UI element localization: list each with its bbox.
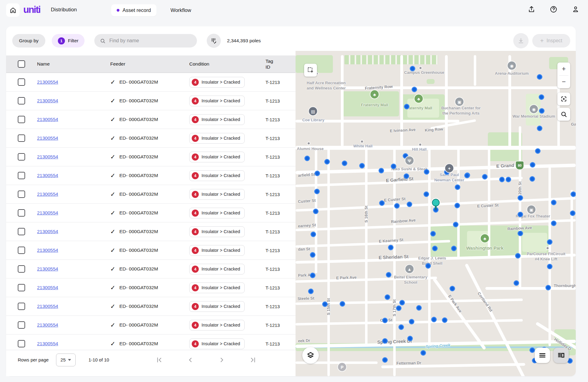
condition-badge[interactable]: 4Insulator > Cracked <box>189 339 245 349</box>
pole-marker[interactable] <box>311 232 316 237</box>
area-select-tool-button[interactable] <box>304 64 317 77</box>
pole-marker[interactable] <box>340 301 345 307</box>
pole-marker[interactable] <box>547 264 552 269</box>
pole-marker[interactable] <box>407 202 412 207</box>
condition-badge[interactable]: 4Insulator > Cracked <box>189 282 245 293</box>
last-page-button[interactable] <box>249 356 257 364</box>
pole-marker[interactable] <box>551 221 556 226</box>
help-icon[interactable] <box>550 6 557 13</box>
pole-marker[interactable] <box>455 184 460 190</box>
asset-name-link[interactable]: 21300554 <box>37 304 58 309</box>
pole-marker[interactable] <box>388 245 394 250</box>
upload-icon[interactable] <box>528 6 535 13</box>
inspect-button[interactable]: + Inspect <box>532 34 570 47</box>
pole-marker[interactable] <box>404 104 409 109</box>
recenter-button[interactable] <box>557 93 570 105</box>
pole-marker[interactable] <box>379 200 385 206</box>
pole-marker[interactable] <box>530 347 535 353</box>
pole-marker[interactable] <box>430 231 436 236</box>
asset-name-link[interactable]: 21300554 <box>37 322 58 328</box>
row-checkbox[interactable] <box>18 78 25 86</box>
condition-badge[interactable]: 4Insulator > Cracked <box>189 226 245 237</box>
pole-marker[interactable] <box>324 159 330 165</box>
column-header-condition[interactable]: Condition <box>189 61 266 67</box>
pole-marker[interactable] <box>518 195 523 201</box>
next-page-button[interactable] <box>218 356 225 364</box>
row-checkbox[interactable] <box>18 228 25 235</box>
row-checkbox[interactable] <box>18 134 25 142</box>
asset-name-link[interactable]: 21300554 <box>37 285 58 290</box>
select-all-checkbox[interactable] <box>18 60 25 68</box>
selected-pole-marker[interactable] <box>432 199 440 210</box>
pole-marker[interactable] <box>322 301 328 307</box>
download-button[interactable] <box>513 33 529 48</box>
asset-name-link[interactable]: 21300554 <box>37 154 58 160</box>
search-input[interactable] <box>109 38 191 43</box>
pole-marker[interactable] <box>570 210 575 216</box>
pole-marker[interactable] <box>424 191 429 197</box>
condition-badge[interactable]: 4Insulator > Cracked <box>189 264 245 274</box>
row-checkbox[interactable] <box>18 265 25 273</box>
pole-marker[interactable] <box>571 191 576 197</box>
pole-marker[interactable] <box>407 336 413 341</box>
column-header-feeder[interactable]: Feeder <box>110 61 189 67</box>
user-icon[interactable] <box>572 6 579 13</box>
pole-marker[interactable] <box>537 126 542 131</box>
pole-marker[interactable] <box>451 246 457 251</box>
condition-badge[interactable]: 4Insulator > Cracked <box>189 170 245 181</box>
first-page-button[interactable] <box>156 356 163 364</box>
pole-marker[interactable] <box>539 108 545 114</box>
split-view-button[interactable] <box>553 348 569 363</box>
pole-marker[interactable] <box>396 305 401 311</box>
condition-badge[interactable]: 4Insulator > Cracked <box>189 245 245 256</box>
pole-marker[interactable] <box>409 319 414 324</box>
asset-name-link[interactable]: 21300554 <box>37 135 58 141</box>
edit-columns-button[interactable] <box>207 34 221 48</box>
condition-badge[interactable]: 4Insulator > Cracked <box>189 152 245 162</box>
asset-name-link[interactable]: 21300554 <box>37 117 58 122</box>
asset-name-link[interactable]: 21300554 <box>37 248 58 253</box>
pole-marker[interactable] <box>464 173 470 178</box>
pole-marker[interactable] <box>394 203 400 209</box>
list-view-button[interactable] <box>535 348 550 363</box>
pole-marker[interactable] <box>385 294 390 300</box>
pole-marker[interactable] <box>515 253 521 259</box>
pole-marker[interactable] <box>453 222 458 227</box>
map-canvas[interactable]: Half Acre Recreation and Wellness Center… <box>296 51 576 376</box>
tab-workflow[interactable]: Workflow <box>165 4 197 16</box>
pole-marker[interactable] <box>530 162 535 168</box>
asset-name-link[interactable]: 21300554 <box>37 79 58 85</box>
pole-marker[interactable] <box>545 285 551 290</box>
asset-name-link[interactable]: 21300554 <box>37 173 58 178</box>
pole-marker[interactable] <box>314 189 320 194</box>
filter-button[interactable]: 1 Filter <box>52 34 85 47</box>
pole-marker[interactable] <box>382 318 388 323</box>
pole-marker[interactable] <box>450 286 455 291</box>
asset-name-link[interactable]: 21300554 <box>37 266 58 272</box>
pole-marker[interactable] <box>386 272 391 278</box>
pole-marker[interactable] <box>539 94 544 100</box>
pole-marker[interactable] <box>514 280 519 286</box>
pole-marker[interactable] <box>399 300 405 305</box>
pole-marker[interactable] <box>310 252 315 258</box>
pole-marker[interactable] <box>308 289 314 294</box>
row-checkbox[interactable] <box>18 303 25 310</box>
pole-marker[interactable] <box>432 246 438 251</box>
pole-marker[interactable] <box>379 168 384 173</box>
pole-marker[interactable] <box>530 176 535 182</box>
pole-marker[interactable] <box>518 212 523 217</box>
condition-badge[interactable]: 4Insulator > Cracked <box>189 301 245 312</box>
previous-page-button[interactable] <box>187 356 194 364</box>
pole-marker[interactable] <box>382 357 388 363</box>
row-checkbox[interactable] <box>18 172 25 179</box>
condition-badge[interactable]: 4Insulator > Cracked <box>189 114 245 125</box>
pole-marker[interactable] <box>431 317 437 322</box>
pole-marker[interactable] <box>304 156 310 161</box>
pole-marker[interactable] <box>506 177 511 182</box>
pole-marker[interactable] <box>391 164 396 169</box>
asset-name-link[interactable]: 21300554 <box>37 210 58 216</box>
pole-marker[interactable] <box>404 173 409 179</box>
pole-marker[interactable] <box>342 161 347 166</box>
asset-name-link[interactable]: 21300554 <box>37 341 58 346</box>
pole-marker[interactable] <box>398 324 404 330</box>
